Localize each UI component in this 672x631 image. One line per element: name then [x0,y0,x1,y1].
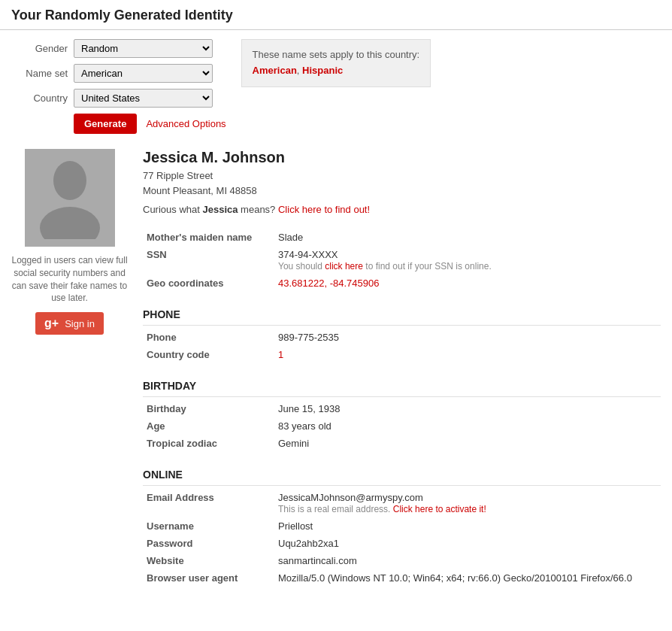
nameset-hispanic-link[interactable]: Hispanic [302,65,343,76]
nameset-label: Name set [11,68,68,79]
phone-label: Phone [143,329,274,346]
person-address: 77 Ripple Street Mount Pleasant, MI 4885… [143,168,661,198]
curious-prefix: Curious what [143,204,202,215]
phone-section-header: PHONE [143,302,661,320]
username-label: Username [143,517,274,535]
ssn-note: You should click here to find out if you… [278,261,492,272]
age-row: Age 83 years old [143,417,661,435]
curious-name: Jessica [202,204,238,215]
phone-row: Phone 989-775-2535 [143,329,661,346]
name-sets-prefix: These name sets apply to this country: [253,49,420,60]
online-section-header: ONLINE [143,463,661,481]
website-row: Website sanmartincali.com [143,552,661,569]
gender-label: Gender [11,43,68,54]
nameset-row: Name set American [11,64,226,83]
generate-row: Generate Advanced Options [74,114,226,134]
ssn-value: 374-94-XXXX You should click here to fin… [274,246,661,275]
signin-label: Sign in [65,318,95,329]
geo-link[interactable]: 43.681222, -84.745906 [278,278,379,289]
country-code-link[interactable]: 1 [278,349,283,360]
google-signin-button[interactable]: g+ Sign in [35,312,104,335]
advanced-options-link[interactable]: Advanced Options [146,118,226,129]
google-plus-icon: g+ [44,317,59,330]
maiden-label: Mother's maiden name [143,229,274,246]
age-value: 83 years old [274,417,661,435]
email-value: JessicaMJohnson@armyspy.com This is a re… [274,489,661,517]
login-note: Logged in users can view full social sec… [11,254,128,305]
birthday-divider [143,396,661,397]
info-col: Jessica M. Johnson 77 Ripple Street Moun… [143,149,661,590]
country-label: Country [11,93,68,104]
online-divider [143,485,661,486]
geo-value: 43.681222, -84.745906 [274,275,661,292]
avatar [25,149,115,247]
person-name: Jessica M. Johnson [143,149,661,166]
name-sets-box: These name sets apply to this country: A… [241,39,431,87]
form-area: Gender Random Name set American Country … [11,39,226,134]
age-label: Age [143,417,274,435]
basic-info-table: Mother's maiden name Slade SSN 374-94-XX… [143,229,661,292]
avatar-col: Logged in users can view full social sec… [11,149,128,590]
zodiac-row: Tropical zodiac Gemini [143,435,661,452]
svg-point-0 [53,161,86,200]
birthday-table: Birthday June 15, 1938 Age 83 years old … [143,400,661,452]
website-value: sanmartincali.com [274,552,661,569]
browser-row: Browser user agent Mozilla/5.0 (Windows … [143,569,661,587]
email-row: Email Address JessicaMJohnson@armyspy.co… [143,489,661,517]
curious-line: Curious what Jessica means? Click here t… [143,204,661,215]
nameset-select[interactable]: American [74,64,213,83]
online-table: Email Address JessicaMJohnson@armyspy.co… [143,489,661,587]
svg-point-1 [40,207,100,239]
gender-select[interactable]: Random [74,39,213,58]
password-row: Password Uqu2ahb2xa1 [143,535,661,552]
geo-row: Geo coordinates 43.681222, -84.745906 [143,275,661,292]
top-controls: Gender Random Name set American Country … [0,30,672,138]
website-label: Website [143,552,274,569]
browser-value: Mozilla/5.0 (Windows NT 10.0; Win64; x64… [274,569,661,587]
street: 77 Ripple Street [143,170,213,181]
browser-label: Browser user agent [143,569,274,587]
zodiac-label: Tropical zodiac [143,435,274,452]
maiden-row: Mother's maiden name Slade [143,229,661,246]
zodiac-value: Gemini [274,435,661,452]
geo-label: Geo coordinates [143,275,274,292]
birthday-row: Birthday June 15, 1938 [143,400,661,417]
phone-value: 989-775-2535 [274,329,661,346]
gender-row: Gender Random [11,39,226,58]
generate-button[interactable]: Generate [74,114,137,134]
country-select[interactable]: United States [74,89,213,108]
email-activate-link[interactable]: Click here to activate it! [393,504,486,514]
birthday-label: Birthday [143,400,274,417]
email-label: Email Address [143,489,274,517]
nameset-american-link[interactable]: American [253,65,297,76]
profile-section: Logged in users can view full social sec… [0,138,672,598]
country-row: Country United States [11,89,226,108]
country-code-value: 1 [274,346,661,363]
password-value: Uqu2ahb2xa1 [274,535,661,552]
password-label: Password [143,535,274,552]
curious-suffix: means? [238,204,277,215]
page-title: Your Randomly Generated Identity [0,0,672,30]
city-state: Mount Pleasant, MI 48858 [143,185,257,196]
maiden-value: Slade [274,229,661,246]
birthday-section-header: BIRTHDAY [143,374,661,392]
phone-divider [143,325,661,326]
email-note: This is a real email address. Click here… [278,504,486,514]
ssn-label: SSN [143,246,274,275]
birthday-value: June 15, 1938 [274,400,661,417]
ssn-click-link[interactable]: click here [325,261,363,272]
username-value: Priellost [274,517,661,535]
country-code-row: Country code 1 [143,346,661,363]
ssn-row: SSN 374-94-XXXX You should click here to… [143,246,661,275]
avatar-silhouette [36,156,104,239]
curious-link[interactable]: Click here to find out! [278,204,370,215]
phone-table: Phone 989-775-2535 Country code 1 [143,329,661,363]
username-row: Username Priellost [143,517,661,535]
country-code-label: Country code [143,346,274,363]
